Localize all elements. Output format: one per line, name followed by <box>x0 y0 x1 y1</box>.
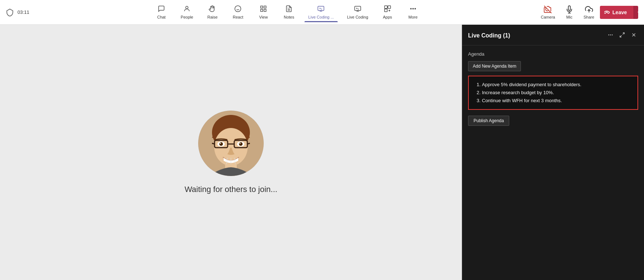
add-agenda-button[interactable]: Add New Agenda Item <box>468 61 521 71</box>
chat-icon <box>158 5 165 13</box>
agenda-item-1: Approve 5% dividend payment to sharehold… <box>482 81 632 89</box>
nav-more[interactable]: More <box>400 2 426 22</box>
nav-react-label: React <box>233 15 243 19</box>
share-button[interactable]: Share <box>579 3 598 21</box>
raise-icon <box>209 5 216 13</box>
participant-avatar <box>198 111 264 176</box>
svg-line-26 <box>544 5 551 13</box>
panel-close-button[interactable] <box>629 31 638 41</box>
svg-rect-5 <box>264 6 266 8</box>
more-icon <box>409 5 417 13</box>
topbar-nav: Chat People Raise React <box>44 2 531 22</box>
svg-line-51 <box>623 33 624 35</box>
main-area: Waiting for others to join... Live Codin… <box>0 25 644 280</box>
nav-live-coding-active-label: Live Coding ... <box>308 15 334 19</box>
agenda-item-3: Continue with WFH for next 3 months. <box>482 97 632 105</box>
live-coding-active-icon <box>317 5 325 13</box>
camera-label: Camera <box>541 15 555 19</box>
leave-button[interactable]: Leave <box>600 6 638 19</box>
mic-button[interactable]: Mic <box>561 3 578 21</box>
svg-point-48 <box>608 35 609 36</box>
nav-raise[interactable]: Raise <box>200 2 225 22</box>
nav-live-coding-2-label: Live Coding <box>347 15 368 19</box>
apps-icon <box>384 5 391 13</box>
leave-chevron[interactable] <box>633 6 638 19</box>
nav-live-coding-2[interactable]: Live Coding <box>341 2 375 22</box>
nav-view[interactable]: View <box>251 2 276 22</box>
nav-chat-label: Chat <box>157 15 165 19</box>
mic-label: Mic <box>566 15 572 19</box>
svg-line-52 <box>620 35 622 37</box>
topbar-left: 03:11 <box>0 8 44 16</box>
share-label: Share <box>584 15 594 19</box>
nav-live-coding-active[interactable]: Live Coding ... <box>302 2 340 22</box>
view-icon <box>260 5 267 13</box>
panel-header: Live Coding (1) <box>462 25 644 45</box>
nav-people[interactable]: People <box>174 2 200 22</box>
svg-point-0 <box>186 6 188 9</box>
call-timer: 03:11 <box>17 9 30 15</box>
react-icon <box>234 5 242 13</box>
svg-rect-20 <box>384 9 387 12</box>
panel-more-button[interactable] <box>606 31 615 41</box>
panel-body: Agenda Add New Agenda Item Approve 5% di… <box>462 45 644 280</box>
svg-point-39 <box>219 142 223 146</box>
right-panel: Live Coding (1) Agenda Add New Agenda It… <box>462 25 644 280</box>
nav-notes-label: Notes <box>284 15 294 19</box>
svg-line-37 <box>247 143 250 144</box>
topbar-controls: Camera Mic Share Leave <box>531 3 644 21</box>
people-icon <box>183 5 191 13</box>
agenda-label: Agenda <box>468 51 638 57</box>
nav-more-label: More <box>408 15 417 19</box>
shield-icon <box>6 8 14 16</box>
notes-icon <box>285 5 292 13</box>
svg-rect-4 <box>261 6 263 8</box>
nav-people-label: People <box>181 15 193 19</box>
panel-popout-button[interactable] <box>618 31 627 41</box>
svg-rect-10 <box>318 6 324 11</box>
svg-point-40 <box>220 143 221 144</box>
svg-point-49 <box>610 35 611 36</box>
svg-rect-19 <box>388 6 391 9</box>
svg-rect-6 <box>261 9 263 12</box>
svg-rect-7 <box>264 9 266 12</box>
leave-label: Leave <box>612 9 627 15</box>
nav-raise-label: Raise <box>207 15 217 19</box>
panel-title: Live Coding (1) <box>468 32 510 39</box>
nav-view-label: View <box>259 15 268 19</box>
nav-apps[interactable]: Apps <box>375 2 400 22</box>
agenda-item-2: Increase research budget by 10%. <box>482 89 632 97</box>
svg-line-36 <box>212 143 215 144</box>
live-coding-2-icon <box>354 5 361 13</box>
nav-apps-label: Apps <box>383 15 392 19</box>
panel-actions <box>606 31 638 41</box>
nav-notes[interactable]: Notes <box>276 2 302 22</box>
topbar: 03:11 Chat People Raise <box>0 0 644 25</box>
svg-point-25 <box>415 8 416 9</box>
svg-point-42 <box>239 142 243 146</box>
nav-react[interactable]: React <box>225 2 251 22</box>
publish-agenda-button[interactable]: Publish Agenda <box>468 116 509 126</box>
agenda-list-box: Approve 5% dividend payment to sharehold… <box>468 76 638 110</box>
svg-rect-14 <box>354 6 361 11</box>
svg-point-23 <box>411 8 412 9</box>
svg-point-1 <box>235 6 241 12</box>
svg-rect-18 <box>384 6 387 9</box>
call-area: Waiting for others to join... <box>0 25 462 280</box>
svg-point-24 <box>413 8 414 9</box>
waiting-text: Waiting for others to join... <box>185 185 278 194</box>
nav-chat[interactable]: Chat <box>149 2 174 22</box>
svg-point-43 <box>240 143 241 144</box>
agenda-list: Approve 5% dividend payment to sharehold… <box>475 81 632 105</box>
svg-point-50 <box>612 35 613 36</box>
camera-button[interactable]: Camera <box>537 3 559 21</box>
